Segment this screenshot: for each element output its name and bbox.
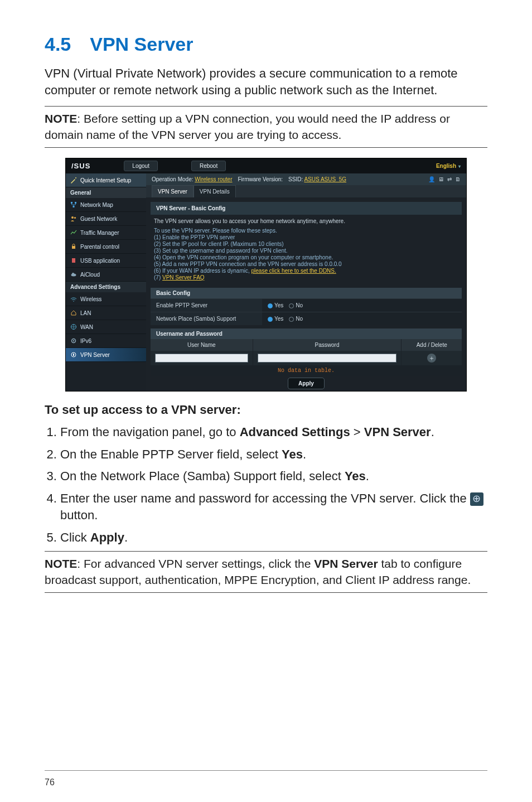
device-icon: 🖥: [438, 176, 444, 182]
note-text: : Before setting up a VPN connection, yo…: [45, 112, 450, 141]
svg-rect-7: [72, 258, 75, 263]
step-bold: VPN Server: [364, 425, 431, 439]
tab-vpn-server[interactable]: VPN Server: [152, 185, 194, 197]
panel-intro2: To use the VPN server. Please follow the…: [154, 228, 458, 234]
add-row-button[interactable]: ＋: [427, 354, 436, 363]
sidebar-item-label: VPN Server: [80, 352, 110, 358]
sidebar-item-guest-network[interactable]: Guest Network: [66, 212, 146, 226]
step-text: >: [350, 425, 364, 439]
sidebar-item-ipv6[interactable]: IPv6: [66, 334, 146, 348]
doc-icon: 🗎: [455, 176, 461, 182]
note-box-top: NOTE: Before setting up a VPN connection…: [45, 106, 487, 148]
sidebar-item-parental-control[interactable]: Parental control: [66, 240, 146, 254]
radio-no-samba[interactable]: No: [289, 316, 303, 322]
logout-button[interactable]: Logout: [124, 161, 158, 171]
ssid-link[interactable]: ASUS ASUS_5G: [304, 176, 346, 182]
setup-subheading: To set up access to a VPN server:: [45, 403, 487, 417]
language-label: English: [436, 163, 456, 169]
sidebar-item-label: Traffic Manager: [80, 230, 119, 236]
sidebar: Quick Internet Setup General Network Map…: [66, 173, 146, 391]
sidebar-item-label: Guest Network: [80, 216, 117, 222]
panel-step-4: (4) Open the VPN connection program on y…: [154, 254, 458, 260]
password-input[interactable]: [258, 354, 397, 363]
reboot-button[interactable]: Reboot: [191, 161, 226, 171]
username-input[interactable]: [155, 354, 248, 363]
radio-yes-samba[interactable]: Yes: [268, 316, 283, 322]
wand-icon: [70, 177, 77, 183]
step-text: Enter the user name and password for acc…: [60, 491, 470, 505]
firmware-label: Firmware Version:: [238, 176, 283, 182]
step-text: Click: [60, 530, 90, 544]
footer-rule: [45, 770, 487, 771]
step-text: .: [366, 469, 369, 483]
radio-no-pptp[interactable]: No: [289, 302, 303, 308]
sidebar-item-lan[interactable]: LAN: [66, 306, 146, 320]
panel-title: VPN Server - Basic Config: [151, 202, 462, 215]
step-5: Click Apply.: [60, 529, 487, 546]
panel-body: The VPN server allows you to access your…: [146, 215, 466, 284]
step-2: On the Enable PPTP Server field, select …: [60, 446, 487, 463]
sidebar-item-wireless[interactable]: Wireless: [66, 292, 146, 306]
globe-icon: [70, 323, 77, 330]
step-text: .: [124, 530, 128, 544]
panel-step-6: (6) If your WAN IP address is dynamic, p…: [154, 268, 458, 274]
radio-yes-label: Yes: [274, 316, 283, 322]
panel-step-2: (2) Set the IP pool for client IP. (Maxi…: [154, 241, 458, 247]
svg-point-5: [74, 217, 76, 219]
sidebar-item-aicloud[interactable]: AiCloud: [66, 268, 146, 282]
op-mode-link[interactable]: Wireless router: [195, 176, 232, 182]
step-bold: Yes: [345, 469, 366, 483]
svg-rect-15: [73, 354, 74, 356]
panel-step-1: (1) Enable the PPTP VPN server: [154, 234, 458, 240]
users-icon: [70, 215, 77, 222]
sidebar-item-traffic-manager[interactable]: Traffic Manager: [66, 226, 146, 240]
sidebar-item-vpn-server[interactable]: VPN Server: [66, 348, 146, 362]
label-enable-pptp: Enable PPTP Server: [151, 299, 262, 312]
sidebar-item-network-map[interactable]: Network Map: [66, 198, 146, 212]
status-icons: 👤 🖥 ⇄ 🗎: [428, 176, 461, 182]
sidebar-header-general: General: [66, 187, 146, 198]
svg-point-0: [75, 177, 76, 178]
sidebar-item-label: Network Map: [80, 202, 113, 208]
vpn-faq-link[interactable]: VPN Server FAQ: [162, 274, 205, 281]
ddns-link[interactable]: please click here to set the DDNS.: [252, 268, 336, 274]
router-topbar: /SUS Logout Reboot English▾: [66, 158, 466, 173]
sidebar-item-label: USB application: [80, 258, 120, 264]
language-select[interactable]: English▾: [436, 163, 461, 169]
col-password: Password: [253, 339, 402, 351]
note-label: NOTE: [45, 112, 77, 125]
panel-step-7a: (7): [154, 274, 162, 281]
svg-point-9: [72, 273, 74, 275]
note-box-bottom: NOTE: For advanced VPN server settings, …: [45, 551, 487, 593]
sidebar-quick-setup[interactable]: Quick Internet Setup: [66, 173, 146, 187]
sidebar-item-usb-application[interactable]: USB application: [66, 254, 146, 268]
sidebar-item-label: WAN: [80, 324, 93, 330]
userpass-title: Username and Password: [151, 328, 462, 339]
intro-paragraph: VPN (Virtual Private Network) provides a…: [45, 65, 487, 98]
sidebar-item-label: LAN: [80, 310, 91, 316]
note-text: : For advanced VPN server settings, clic…: [77, 557, 314, 570]
usb-status-icon: ⇄: [447, 176, 452, 182]
step-bold: Apply: [90, 530, 124, 544]
step-1: From the navigation panel, go to Advance…: [60, 424, 487, 441]
sidebar-item-label: Quick Internet Setup: [80, 177, 131, 183]
wifi-icon: [70, 296, 77, 302]
add-icon: [470, 492, 483, 506]
gear-icon: [70, 337, 77, 344]
step-text: button.: [60, 508, 98, 522]
svg-rect-2: [75, 202, 76, 204]
svg-rect-3: [73, 206, 75, 207]
ssid: SSID: ASUS ASUS_5G: [288, 176, 346, 182]
info-strip: Operation Mode: Wireless router Firmware…: [146, 173, 466, 185]
svg-point-10: [73, 301, 74, 302]
sidebar-item-wan[interactable]: WAN: [66, 320, 146, 334]
radio-yes-pptp[interactable]: Yes: [268, 302, 283, 308]
panel-step-7: (7) VPN Server FAQ: [154, 274, 458, 281]
svg-point-13: [73, 340, 74, 341]
home-icon: [70, 310, 77, 316]
apply-button[interactable]: Apply: [288, 378, 325, 389]
tab-vpn-details[interactable]: VPN Details: [194, 185, 236, 197]
no-data-label: No data in table.: [151, 365, 462, 376]
step-text: From the navigation panel, go to: [60, 425, 240, 439]
sidebar-item-label: IPv6: [80, 338, 91, 344]
